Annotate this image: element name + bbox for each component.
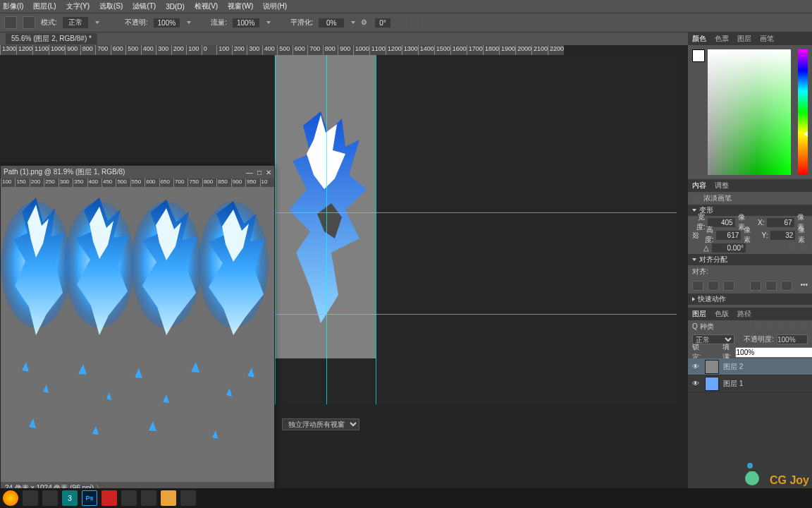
menu-help[interactable]: 说明(H) bbox=[263, 1, 287, 11]
visibility-toggle[interactable] bbox=[691, 379, 701, 389]
fill-input[interactable] bbox=[735, 347, 812, 358]
taskbar-photoshop[interactable]: Ps bbox=[82, 490, 97, 506]
color-picker[interactable] bbox=[688, 45, 812, 179]
mode-select[interactable]: 正常 bbox=[63, 17, 88, 28]
float-ruler[interactable]: 100 150 200 250 300 350 400 450 500 550 … bbox=[1, 179, 274, 187]
start-button[interactable] bbox=[3, 490, 18, 506]
pressure-opacity-icon[interactable] bbox=[197, 18, 205, 27]
airbrush-icon[interactable] bbox=[276, 18, 285, 27]
transform-section[interactable]: 变形 bbox=[688, 205, 812, 216]
taskbar-app[interactable] bbox=[102, 490, 117, 506]
link-icon[interactable]: ⛓ bbox=[692, 231, 699, 239]
close-icon[interactable]: ✕ bbox=[266, 169, 271, 176]
align-section[interactable]: 对齐分配 bbox=[688, 254, 812, 265]
angle-value[interactable]: 0° bbox=[375, 18, 390, 28]
menu-image[interactable]: 影像(I) bbox=[3, 1, 23, 11]
smooth-value[interactable]: 0% bbox=[319, 18, 344, 28]
hue-pointer[interactable] bbox=[804, 131, 808, 137]
menu-select[interactable]: 选取(S) bbox=[99, 1, 123, 11]
maximize-icon[interactable]: □ bbox=[257, 169, 262, 176]
chevron-down-icon[interactable] bbox=[187, 21, 191, 24]
symmetry-icon[interactable] bbox=[410, 18, 419, 27]
tab-swatches[interactable]: 色票 bbox=[715, 34, 729, 44]
filter-pixel-icon[interactable] bbox=[754, 322, 763, 331]
document-tab[interactable]: 55.6% (图层 2, RGB/8#) * bbox=[6, 33, 97, 44]
taskbar-3dsmax[interactable]: 3 bbox=[62, 490, 78, 506]
guide-horizontal[interactable] bbox=[275, 212, 677, 213]
guide-vertical[interactable] bbox=[376, 55, 376, 404]
taskbar-app[interactable] bbox=[121, 490, 137, 506]
layer-row[interactable]: 图层 1 bbox=[688, 375, 812, 392]
visibility-toggle[interactable] bbox=[691, 362, 701, 372]
layer-row[interactable]: 图层 2 bbox=[688, 358, 812, 375]
ruler-horizontal[interactable]: 1300 1200 1100 1000 900 800 700 600 500 … bbox=[0, 45, 564, 55]
layer-name[interactable]: 图层 1 bbox=[723, 379, 743, 389]
hue-slider[interactable] bbox=[798, 49, 808, 175]
color-field[interactable] bbox=[708, 49, 791, 175]
floating-document[interactable]: Path (1).png @ 81.9% (图层 1, RGB/8) — □ ✕… bbox=[0, 165, 275, 488]
guide-vertical[interactable] bbox=[326, 55, 327, 404]
menu-3d[interactable]: 3D(D) bbox=[166, 3, 185, 11]
menu-window[interactable]: 视窗(W) bbox=[228, 1, 253, 11]
taskbar-explorer[interactable] bbox=[161, 490, 176, 506]
tab-layers-mini[interactable]: 图层 bbox=[737, 34, 751, 44]
flip-h-icon[interactable] bbox=[788, 243, 796, 252]
brush-size-icon[interactable] bbox=[23, 16, 35, 29]
angle-input[interactable]: 0.00° bbox=[712, 243, 746, 253]
chevron-down-icon[interactable] bbox=[351, 21, 355, 24]
taskbar-app[interactable] bbox=[141, 490, 156, 506]
align-bottom-icon[interactable] bbox=[781, 281, 792, 291]
taskbar-app[interactable] bbox=[42, 490, 58, 506]
menu-view[interactable]: 检视(V) bbox=[195, 1, 218, 11]
chevron-down-icon[interactable] bbox=[95, 21, 99, 24]
arrange-dropdown[interactable]: 独立浮动所有视窗 bbox=[282, 418, 359, 430]
align-right-icon[interactable] bbox=[723, 281, 734, 291]
pressure-size-icon[interactable] bbox=[396, 18, 405, 27]
flow-value[interactable]: 100% bbox=[233, 18, 259, 28]
align-vcenter-icon[interactable] bbox=[765, 281, 777, 291]
x-input[interactable]: 67 bbox=[767, 218, 794, 227]
align-left-icon[interactable] bbox=[692, 281, 703, 291]
filter-adjust-icon[interactable] bbox=[765, 322, 774, 331]
flip-v-icon[interactable] bbox=[799, 243, 808, 252]
tab-paths[interactable]: 路径 bbox=[737, 309, 751, 319]
layer-opacity-input[interactable] bbox=[777, 334, 808, 344]
tab-adjustments[interactable]: 调整 bbox=[715, 181, 729, 190]
arrange-select[interactable]: 独立浮动所有视窗 bbox=[282, 418, 359, 430]
tab-color[interactable]: 颜色 bbox=[692, 34, 706, 44]
filter-smart-icon[interactable] bbox=[799, 322, 808, 331]
brush-preset-icon[interactable] bbox=[4, 16, 17, 29]
guide-vertical[interactable] bbox=[275, 55, 276, 404]
taskbar-obs[interactable] bbox=[180, 490, 196, 506]
tab-layers[interactable]: 图层 bbox=[692, 309, 706, 319]
menu-layer[interactable]: 图层(L) bbox=[33, 1, 56, 11]
layer-thumb[interactable] bbox=[705, 377, 719, 391]
tab-properties[interactable]: 内容 bbox=[692, 181, 706, 190]
y-input[interactable]: 32 bbox=[770, 231, 795, 240]
taskbar[interactable]: 3 Ps bbox=[0, 488, 812, 508]
filter-text-icon[interactable] bbox=[777, 322, 785, 331]
minimize-icon[interactable]: — bbox=[246, 169, 253, 176]
tab-channels[interactable]: 色版 bbox=[715, 309, 729, 319]
tab-brushes[interactable]: 画笔 bbox=[760, 34, 774, 44]
menu-bar: 影像(I) 图层(L) 文字(Y) 选取(S) 滤镜(T) 3D(D) 检视(V… bbox=[0, 0, 812, 13]
more-icon[interactable]: ••• bbox=[796, 281, 808, 291]
fg-color-swatch[interactable] bbox=[692, 49, 705, 62]
chevron-down-icon[interactable] bbox=[266, 21, 271, 24]
menu-filter[interactable]: 滤镜(T) bbox=[133, 1, 156, 11]
gear-icon[interactable]: ⚙ bbox=[361, 18, 369, 27]
main-canvas[interactable] bbox=[275, 55, 677, 404]
align-top-icon[interactable] bbox=[750, 281, 761, 291]
opacity-value[interactable]: 100% bbox=[154, 18, 180, 28]
taskbar-app[interactable] bbox=[23, 490, 38, 506]
quick-actions-section[interactable]: 快速动作 bbox=[688, 294, 812, 305]
guide-horizontal[interactable] bbox=[275, 314, 677, 315]
float-titlebar[interactable]: Path (1).png @ 81.9% (图层 1, RGB/8) — □ ✕ bbox=[1, 166, 274, 179]
float-canvas[interactable] bbox=[1, 187, 274, 482]
layer-name[interactable]: 图层 2 bbox=[723, 362, 743, 372]
menu-text[interactable]: 文字(Y) bbox=[66, 1, 90, 11]
filter-shape-icon[interactable] bbox=[788, 322, 796, 331]
layer-thumb[interactable] bbox=[705, 360, 719, 374]
align-hcenter-icon[interactable] bbox=[708, 281, 719, 291]
height-input[interactable]: 617 bbox=[716, 231, 741, 240]
